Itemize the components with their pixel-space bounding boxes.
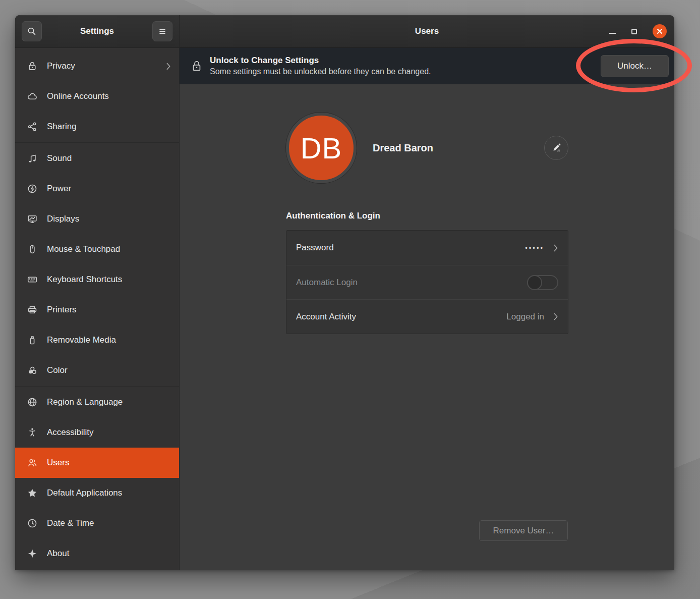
desktop: { "window": { "sidebar_title": "Settings… <box>0 0 700 599</box>
settings-window: Settings PrivacyOnline AccountsSharingSo… <box>15 15 674 570</box>
sparkle-icon <box>26 548 38 559</box>
share-icon <box>26 121 38 132</box>
sidebar-item-label: Date & Time <box>47 518 94 528</box>
toggle-knob <box>527 275 542 290</box>
sidebar-item-label: Mouse & Touchpad <box>47 244 120 254</box>
row-value: ••••• <box>525 244 544 252</box>
chevron-right-icon <box>553 313 558 320</box>
sidebar-list: PrivacyOnline AccountsSharingSoundPowerD… <box>15 48 179 570</box>
avatar[interactable]: DB <box>286 113 357 183</box>
sidebar-item-label: Users <box>47 458 69 468</box>
minimize-icon <box>609 33 616 34</box>
app-title: Settings <box>42 26 152 36</box>
sidebar-item-label: Printers <box>47 305 77 315</box>
auth-row-account-activity[interactable]: Account ActivityLogged in <box>286 299 568 334</box>
star-icon <box>26 487 38 499</box>
usb-drive-icon <box>26 335 38 346</box>
users-icon <box>26 457 38 468</box>
power-icon <box>26 183 38 194</box>
users-content: DB Dread Baron Authentication & Login Pa… <box>180 84 674 570</box>
main-headerbar: Users <box>180 15 674 48</box>
sidebar: Settings PrivacyOnline AccountsSharingSo… <box>15 15 179 570</box>
auth-row-password[interactable]: Password••••• <box>286 231 568 265</box>
printer-icon <box>26 304 38 315</box>
main-panel: Users Unlock to Change S <box>179 15 674 570</box>
unlock-button[interactable]: Unlock… <box>601 55 669 77</box>
menu-button[interactable] <box>152 21 172 41</box>
banner-text: Unlock to Change Settings Some settings … <box>210 55 431 77</box>
globe-icon <box>26 397 38 408</box>
close-icon <box>656 28 663 35</box>
sidebar-item-label: Accessibility <box>47 427 94 438</box>
unlock-banner: Unlock to Change Settings Some settings … <box>180 48 674 84</box>
row-label: Automatic Login <box>296 278 358 288</box>
sidebar-item-region-language[interactable]: Region & Language <box>15 387 179 417</box>
row-label: Password <box>296 243 334 253</box>
sidebar-item-accessibility[interactable]: Accessibility <box>15 417 179 448</box>
sidebar-group-divider <box>15 142 179 143</box>
sidebar-group-divider <box>15 386 179 387</box>
user-name: Dread Baron <box>373 142 433 154</box>
remove-user-button[interactable]: Remove User… <box>479 520 568 541</box>
sidebar-item-printers[interactable]: Printers <box>15 295 179 325</box>
close-button[interactable] <box>653 24 667 38</box>
auth-card: Password•••••Automatic LoginAccount Acti… <box>286 230 568 334</box>
sidebar-item-mouse-touchpad[interactable]: Mouse & Touchpad <box>15 234 179 264</box>
automatic-login-toggle[interactable] <box>527 275 558 290</box>
row-label: Account Activity <box>296 312 356 322</box>
color-icon <box>26 365 38 376</box>
sidebar-item-label: Privacy <box>47 61 75 71</box>
mouse-icon <box>26 244 38 255</box>
profile-row: DB Dread Baron <box>286 113 568 183</box>
sidebar-item-removable-media[interactable]: Removable Media <box>15 325 179 355</box>
banner-subtitle: Some settings must be unlocked before th… <box>210 67 431 77</box>
privacy-lock-icon <box>26 61 38 72</box>
sidebar-item-power[interactable]: Power <box>15 174 179 204</box>
sidebar-item-label: Default Applications <box>47 488 122 498</box>
sidebar-item-privacy[interactable]: Privacy <box>15 51 179 81</box>
sidebar-item-label: Color <box>47 365 68 375</box>
edit-name-button[interactable] <box>544 136 568 160</box>
keyboard-icon <box>26 274 38 285</box>
sidebar-item-label: Sound <box>47 153 72 164</box>
sidebar-item-users[interactable]: Users <box>15 448 179 478</box>
chevron-right-icon <box>553 244 558 252</box>
sidebar-item-default-applications[interactable]: Default Applications <box>15 478 179 508</box>
displays-icon <box>26 213 38 225</box>
sidebar-item-displays[interactable]: Displays <box>15 204 179 234</box>
sidebar-item-sound[interactable]: Sound <box>15 143 179 174</box>
sidebar-item-label: Online Accounts <box>47 91 109 101</box>
chevron-right-icon <box>166 63 171 70</box>
sound-icon <box>26 153 38 164</box>
window-controls <box>609 24 674 38</box>
pencil-icon <box>551 143 561 153</box>
cloud-icon <box>26 91 38 102</box>
sidebar-item-label: Displays <box>47 214 79 224</box>
sidebar-item-date-time[interactable]: Date & Time <box>15 508 179 538</box>
sidebar-item-online-accounts[interactable]: Online Accounts <box>15 81 179 112</box>
search-icon <box>27 26 37 36</box>
sidebar-item-label: Power <box>47 184 71 194</box>
sidebar-header: Settings <box>15 15 179 48</box>
search-button[interactable] <box>22 21 42 41</box>
sidebar-item-label: Sharing <box>47 122 77 132</box>
sidebar-item-label: Keyboard Shortcuts <box>47 275 122 285</box>
auth-row-automatic-login: Automatic Login <box>286 265 568 299</box>
page-title: Users <box>180 26 674 36</box>
banner-title: Unlock to Change Settings <box>210 55 431 67</box>
sidebar-item-about[interactable]: About <box>15 538 179 569</box>
sidebar-item-sharing[interactable]: Sharing <box>15 112 179 142</box>
sidebar-item-color[interactable]: Color <box>15 355 179 386</box>
row-value: Logged in <box>506 312 544 322</box>
minimize-button[interactable] <box>609 29 616 34</box>
sidebar-item-keyboard-shortcuts[interactable]: Keyboard Shortcuts <box>15 264 179 295</box>
maximize-icon <box>631 29 637 34</box>
hamburger-menu-icon <box>157 26 167 36</box>
maximize-button[interactable] <box>631 29 637 34</box>
sidebar-item-label: About <box>47 549 69 559</box>
auth-section-heading: Authentication & Login <box>286 211 380 221</box>
padlock-icon <box>192 60 202 73</box>
accessibility-icon <box>26 427 38 438</box>
clock-icon <box>26 518 38 529</box>
sidebar-item-label: Removable Media <box>47 335 116 345</box>
